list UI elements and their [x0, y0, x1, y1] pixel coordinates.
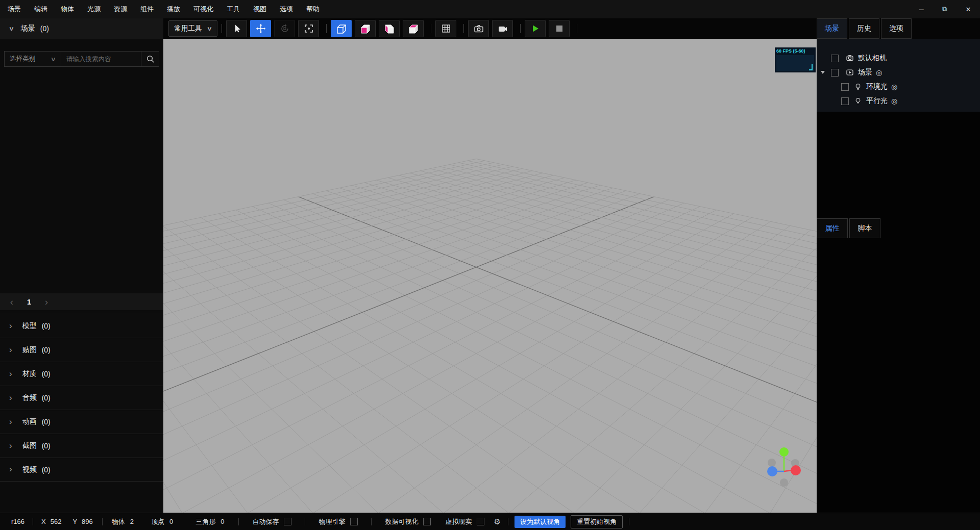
menu-edit[interactable]: 编辑 [34, 5, 47, 14]
detail-tabs: 属性 脚本 [817, 218, 880, 238]
directional-light-checkbox[interactable] [841, 97, 849, 105]
3d-viewport[interactable]: 60 FPS (5-60) [163, 39, 817, 513]
search-button[interactable] [141, 51, 159, 67]
view-mode-solid-button[interactable] [355, 20, 376, 37]
menu-light[interactable]: 光源 [87, 5, 101, 14]
dataviz-checkbox[interactable] [423, 518, 431, 525]
right-panel-tabs: 场景 历史 选项 [817, 18, 912, 39]
grid-toggle-button[interactable] [435, 20, 456, 37]
gear-icon[interactable]: ⚙ [494, 518, 500, 525]
section-animation[interactable]: › 动画 (0) [0, 410, 163, 434]
menu-help[interactable]: 帮助 [306, 5, 320, 14]
menu-visualization[interactable]: 可视化 [193, 5, 213, 14]
section-label: 材质 [22, 369, 37, 378]
section-count: (0) [42, 466, 51, 474]
tab-scene[interactable]: 场景 [817, 18, 847, 39]
cursor-y-value: 896 [82, 518, 93, 525]
search-input[interactable] [61, 51, 141, 67]
asset-search-row: 选择类别 ∨ [4, 51, 159, 67]
view-mode-side-button[interactable] [379, 20, 400, 37]
statusbar-separator [33, 518, 33, 525]
orientation-gizmo[interactable] [764, 447, 804, 493]
stop-button[interactable] [549, 20, 570, 37]
section-count: (0) [42, 346, 51, 354]
menu-object[interactable]: 物体 [61, 5, 74, 14]
tree-row-directional-light[interactable]: 平行光 ◎ [817, 94, 980, 108]
tree-label: 默认相机 [858, 54, 887, 63]
physics-checkbox[interactable] [350, 518, 358, 525]
record-video-button[interactable] [492, 20, 513, 37]
scene-assets-header[interactable]: ∨ 场景 (0) [0, 18, 163, 39]
expander-icon[interactable] [821, 71, 825, 76]
axis-ball-y[interactable] [779, 447, 789, 457]
reset-view-button[interactable]: 重置初始视角 [571, 515, 623, 528]
section-textures[interactable]: › 贴图 (0) [0, 338, 163, 362]
ambient-light-checkbox[interactable] [841, 83, 849, 91]
vr-checkbox[interactable] [477, 518, 484, 525]
section-audio[interactable]: › 音频 (0) [0, 386, 163, 410]
statusbar-separator [629, 518, 629, 525]
scene-hierarchy-panel: 默认相机 场景 ◎ [817, 39, 980, 513]
section-materials[interactable]: › 材质 (0) [0, 362, 163, 386]
chevron-right-icon: › [9, 321, 12, 330]
close-button[interactable]: ✕ [957, 0, 980, 18]
set-default-view-button[interactable]: 设为默认视角 [514, 516, 566, 528]
autosave-checkbox[interactable] [284, 518, 291, 525]
chevron-right-icon: › [9, 369, 12, 378]
screenshot-button[interactable] [468, 20, 489, 37]
category-select[interactable]: 选择类别 ∨ [4, 51, 61, 67]
axis-ball-gray[interactable] [768, 459, 776, 467]
physics-label: 物理引擎 [318, 517, 345, 526]
view-mode-top-button[interactable] [403, 20, 424, 37]
select-tool-button[interactable] [226, 20, 247, 37]
collapse-chevron-icon: ∨ [9, 25, 14, 32]
tab-script[interactable]: 脚本 [849, 218, 880, 238]
rotate-tool-button[interactable] [274, 20, 295, 37]
section-videos[interactable]: › 视频 (0) [0, 458, 163, 482]
fps-label: 60 FPS (5-60) [775, 47, 816, 54]
tree-row-scene[interactable]: 场景 ◎ [817, 65, 980, 80]
cursor-x-value: 562 [51, 518, 62, 525]
menu-options[interactable]: 选项 [280, 5, 293, 14]
visibility-icon[interactable]: ◎ [891, 97, 897, 105]
tree-label: 环境光 [866, 82, 888, 91]
restore-button[interactable]: ⧉ [933, 0, 957, 18]
menu-scene[interactable]: 场景 [8, 5, 21, 14]
section-label: 视频 [22, 465, 37, 474]
view-mode-wireframe-button[interactable] [331, 20, 352, 37]
play-button[interactable] [525, 20, 546, 37]
page-next-button[interactable]: › [41, 297, 52, 307]
section-models[interactable]: › 模型 (0) [0, 314, 163, 338]
scene-icon [846, 68, 854, 77]
tree-row-default-camera[interactable]: 默认相机 [817, 51, 980, 65]
axis-ball-z[interactable] [791, 465, 801, 475]
scene-checkbox[interactable] [831, 69, 839, 77]
dataviz-label: 数据可视化 [385, 517, 418, 526]
menu-tools[interactable]: 工具 [227, 5, 240, 14]
menu-play[interactable]: 播放 [167, 5, 180, 14]
menu-resource[interactable]: 资源 [114, 5, 127, 14]
tab-history[interactable]: 历史 [849, 18, 879, 39]
light-bulb-icon [854, 97, 862, 105]
menu-component[interactable]: 组件 [140, 5, 154, 14]
minimize-button[interactable]: ─ [910, 0, 933, 18]
fps-stats-panel[interactable]: 60 FPS (5-60) [775, 47, 816, 72]
common-tools-dropdown[interactable]: 常用工具 ∨ [168, 20, 217, 37]
tab-properties[interactable]: 属性 [817, 218, 848, 238]
page-prev-button[interactable]: ‹ [7, 297, 17, 307]
camera-checkbox[interactable] [831, 55, 839, 62]
axis-ball-gray[interactable] [780, 478, 788, 487]
chevron-right-icon: › [9, 393, 12, 402]
move-tool-button[interactable] [250, 20, 271, 37]
section-screenshots[interactable]: › 截图 (0) [0, 434, 163, 458]
visibility-icon[interactable]: ◎ [876, 69, 882, 76]
section-count: (0) [42, 370, 51, 378]
asset-pagination: ‹ 1 › [0, 293, 163, 310]
focus-tool-button[interactable] [298, 20, 319, 37]
menu-view[interactable]: 视图 [253, 5, 266, 14]
axis-ball-x[interactable] [767, 466, 777, 476]
visibility-icon[interactable]: ◎ [891, 83, 897, 90]
tab-options[interactable]: 选项 [881, 18, 912, 39]
tree-row-ambient-light[interactable]: 环境光 ◎ [817, 80, 980, 94]
menu-bar: 场景 编辑 物体 光源 资源 组件 播放 可视化 工具 视图 选项 帮助 ─ ⧉… [0, 0, 980, 18]
